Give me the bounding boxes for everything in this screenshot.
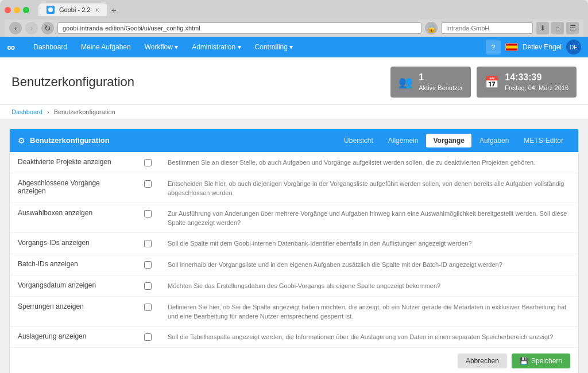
row-checkbox-4[interactable] <box>136 254 160 275</box>
card-title: Benutzerkonfiguration <box>30 136 110 145</box>
main-content: ⚙ Benutzerkonfiguration Übersicht Allgem… <box>0 119 588 373</box>
row-checkbox-1[interactable] <box>136 173 160 203</box>
datetime-text: 14:33:39 Freitag, 04. März 2016 <box>505 71 568 93</box>
config-checkbox-3[interactable] <box>144 240 152 247</box>
user-avatar[interactable]: DE <box>566 40 581 55</box>
forward-button[interactable]: › <box>25 22 38 34</box>
widget-text: 1 Aktive Benutzer <box>419 71 463 93</box>
row-description-7: Soll die Tabellenspalte angezeigt werden… <box>160 326 578 347</box>
row-label-7: Auslagerung anzeigen <box>10 326 136 347</box>
row-label-1: Abgeschlossene Vorgänge anzeigen <box>10 173 136 203</box>
calendar-icon: 📅 <box>485 75 499 89</box>
table-row: Vorgangsdatum anzeigen Möchten Sie das E… <box>10 275 578 296</box>
close-button[interactable] <box>5 7 11 13</box>
table-row: Deaktivierte Projekte anzeigen Bestimmen… <box>10 152 578 173</box>
tab-title: Goobi - 2.2 <box>59 6 90 13</box>
row-checkbox-2[interactable] <box>136 203 160 232</box>
breadcrumb-separator: › <box>47 108 49 115</box>
row-description-3: Soll die Spalte mit dem Goobi-internen D… <box>160 232 578 254</box>
config-table: Deaktivierte Projekte anzeigen Bestimmen… <box>10 152 578 347</box>
table-row: Abgeschlossene Vorgänge anzeigen Entsche… <box>10 173 578 203</box>
row-description-0: Bestimmen Sie an dieser Stelle, ob auch … <box>160 152 578 173</box>
url-input[interactable] <box>57 22 421 34</box>
row-checkbox-3[interactable] <box>136 232 160 254</box>
breadcrumb-home[interactable]: Dashboard <box>11 108 42 115</box>
row-description-6: Definieren Sie hier, ob Sie die Spalte a… <box>160 296 578 326</box>
svg-point-0 <box>48 7 53 12</box>
nav-logo: ∞ <box>7 41 15 54</box>
datetime-widget: 📅 14:33:39 Freitag, 04. März 2016 <box>477 67 577 98</box>
language-flag[interactable] <box>505 43 518 51</box>
config-checkbox-6[interactable] <box>144 304 152 311</box>
card-title-row: ⚙ Benutzerkonfiguration <box>18 136 110 145</box>
nav-item-controlling[interactable]: Controlling ▾ <box>248 37 300 57</box>
widget-time: 14:33:39 <box>505 71 568 84</box>
gear-icon: ⚙ <box>18 136 25 145</box>
row-description-1: Entscheiden Sie hier, ob auch diejenigen… <box>160 173 578 203</box>
tab-mets-editor[interactable]: METS-Editor <box>517 134 570 147</box>
config-checkbox-0[interactable] <box>144 159 152 166</box>
tab-aufgaben[interactable]: Aufgaben <box>473 134 516 147</box>
active-users-widget: 👥 1 Aktive Benutzer <box>390 67 471 98</box>
app: ∞ Dashboard Meine Aufgaben Workflow ▾ Ad… <box>0 37 588 373</box>
save-button[interactable]: 💾 Speichern <box>512 353 570 368</box>
tab-uebersicht[interactable]: Übersicht <box>337 134 380 147</box>
nav-item-administration[interactable]: Administration ▾ <box>185 37 247 57</box>
row-label-5: Vorgangsdatum anzeigen <box>10 275 136 296</box>
row-description-5: Möchten Sie das Erstellungsdatum des Goo… <box>160 275 578 296</box>
nav-item-workflow[interactable]: Workflow ▾ <box>138 37 185 57</box>
card-footer: Abbrechen 💾 Speichern <box>10 347 578 373</box>
traffic-lights <box>5 7 29 13</box>
refresh-button[interactable]: ↻ <box>41 22 54 34</box>
row-checkbox-6[interactable] <box>136 296 160 326</box>
row-checkbox-7[interactable] <box>136 326 160 347</box>
address-bar: ‹ › ↻ 🔒 ⬇ ⌂ ☰ <box>5 20 583 37</box>
back-button[interactable]: ‹ <box>9 22 22 34</box>
download-icon[interactable]: ⬇ <box>536 22 549 34</box>
config-checkbox-4[interactable] <box>144 261 152 269</box>
home-icon[interactable]: ⌂ <box>551 22 564 34</box>
nav-item-aufgaben[interactable]: Meine Aufgaben <box>74 37 138 57</box>
breadcrumb: Dashboard › Benutzerkonfiguration <box>0 105 588 119</box>
tab-favicon <box>47 6 55 14</box>
card-tabs: Übersicht Allgemein Vorgänge Aufgaben ME… <box>337 134 570 147</box>
row-label-0: Deaktivierte Projekte anzeigen <box>10 152 136 173</box>
tab-vorgaenge[interactable]: Vorgänge <box>426 134 471 147</box>
config-checkbox-5[interactable] <box>144 282 152 290</box>
top-nav: ∞ Dashboard Meine Aufgaben Workflow ▾ Ad… <box>0 37 588 57</box>
row-label-3: Vorgangs-IDs anzeigen <box>10 232 136 254</box>
minimize-button[interactable] <box>14 7 20 13</box>
table-row: Batch-IDs anzeigen Soll innerhalb der Vo… <box>10 254 578 275</box>
active-users-count: 1 <box>419 71 463 84</box>
config-card: ⚙ Benutzerkonfiguration Übersicht Allgem… <box>9 129 579 373</box>
help-icon-button[interactable]: ? <box>486 40 501 55</box>
page-title: Benutzerkonfiguration <box>11 75 134 90</box>
breadcrumb-current: Benutzerkonfiguration <box>54 108 115 115</box>
table-row: Auslagerung anzeigen Soll die Tabellensp… <box>10 326 578 347</box>
browser-tab[interactable]: Goobi - 2.2 ✕ <box>38 3 107 16</box>
search-input[interactable] <box>441 22 533 34</box>
tab-close-icon[interactable]: ✕ <box>95 7 99 13</box>
cancel-button[interactable]: Abbrechen <box>458 353 507 368</box>
save-icon: 💾 <box>520 357 528 365</box>
row-label-4: Batch-IDs anzeigen <box>10 254 136 275</box>
config-checkbox-1[interactable] <box>144 180 152 188</box>
row-checkbox-5[interactable] <box>136 275 160 296</box>
row-checkbox-0[interactable] <box>136 152 160 173</box>
menu-icon[interactable]: ☰ <box>566 22 579 34</box>
table-row: Auswahlboxen anzeigen Zur Ausführung von… <box>10 203 578 232</box>
config-checkbox-7[interactable] <box>144 333 152 341</box>
new-tab-button[interactable]: + <box>107 6 119 16</box>
row-label-2: Auswahlboxen anzeigen <box>10 203 136 232</box>
browser-chrome: Goobi - 2.2 ✕ + ‹ › ↻ 🔒 ⬇ ⌂ ☰ <box>0 0 588 37</box>
table-row: Sperrungen anzeigen Definieren Sie hier,… <box>10 296 578 326</box>
widget-date: Freitag, 04. März 2016 <box>505 84 568 92</box>
nav-items: Dashboard Meine Aufgaben Workflow ▾ Admi… <box>26 37 486 57</box>
tab-allgemein[interactable]: Allgemein <box>381 134 425 147</box>
config-checkbox-2[interactable] <box>144 210 152 217</box>
toolbar-icons: ⬇ ⌂ ☰ <box>536 22 579 34</box>
users-icon: 👥 <box>399 75 413 89</box>
nav-right: ? Detlev Engel DE <box>486 40 581 55</box>
nav-item-dashboard[interactable]: Dashboard <box>26 37 74 57</box>
maximize-button[interactable] <box>23 7 29 13</box>
